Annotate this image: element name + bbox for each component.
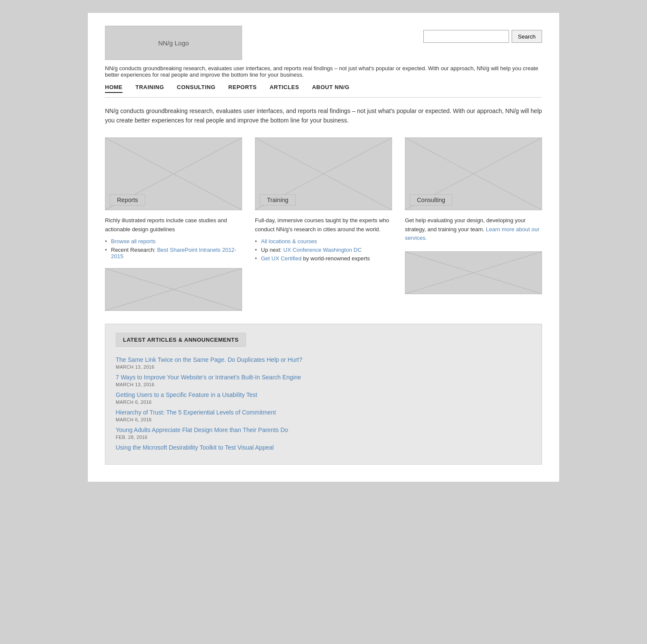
article-item: Getting Users to a Specific Feature in a…	[116, 391, 531, 405]
article-item: 7 Ways to Improve Your Website's or Intr…	[116, 373, 531, 387]
logo-label: NN/g Logo	[158, 39, 189, 47]
training-image-label: Training	[260, 194, 296, 206]
list-item: Recent Research: Best SharePoint Intrane…	[105, 247, 242, 259]
reports-image-2	[105, 268, 242, 311]
articles-section-title: LATEST ARTICLES & ANNOUNCEMENTS	[116, 333, 246, 347]
list-item: Get UX Certified by world-renowned exper…	[255, 255, 392, 262]
list-item: Browse all reports	[105, 238, 242, 244]
article-date: MARCH 6, 2016	[116, 417, 531, 422]
intro-text: NN/g conducts groundbreaking research, e…	[105, 106, 542, 125]
nav-item-home[interactable]: HOME	[105, 84, 123, 93]
article-link[interactable]: Young Adults Appreciate Flat Design More…	[116, 426, 531, 435]
reports-description: Richly illustrated reports include case …	[105, 216, 242, 234]
nav-item-training[interactable]: TRAINING	[135, 84, 164, 93]
list-item: All locations & courses	[255, 238, 392, 244]
list-item: Up next: UX Conference Washington DC	[255, 247, 392, 253]
search-button[interactable]: Search	[512, 30, 542, 43]
search-area: Search	[423, 30, 542, 43]
training-column: Training Full-day, immersive courses tau…	[255, 137, 392, 311]
browse-all-reports-link[interactable]: Browse all reports	[111, 238, 156, 244]
learn-more-link[interactable]: Learn more about our services.	[405, 226, 539, 242]
ux-conference-link[interactable]: UX Conference Washington DC	[283, 247, 362, 253]
articles-section: LATEST ARTICLES & ANNOUNCEMENTS The Same…	[105, 324, 542, 465]
article-link[interactable]: The Same Link Twice on the Same Page. Do…	[116, 355, 531, 364]
article-date: MARCH 13, 2016	[116, 364, 531, 370]
article-item: Using the Microsoft Desirability Toolkit…	[116, 443, 531, 452]
nav-item-reports[interactable]: REPORTS	[228, 84, 257, 93]
consulting-description: Get help evaluating your design, develop…	[405, 216, 542, 243]
three-col-section: Reports Richly illustrated reports inclu…	[105, 137, 542, 311]
training-description: Full-day, immersive courses taught by th…	[255, 216, 392, 234]
nav-item-about[interactable]: ABOUT NN/g	[312, 84, 349, 93]
page-wrapper: NN/g Logo Search NN/g conducts groundbre…	[88, 13, 559, 482]
article-date: MARCH 13, 2016	[116, 382, 531, 387]
reports-column: Reports Richly illustrated reports inclu…	[105, 137, 242, 311]
reports-image-label: Reports	[110, 194, 145, 206]
ux-certified-link[interactable]: Get UX Certified	[261, 255, 302, 262]
nav-item-articles[interactable]: ARTICLES	[270, 84, 299, 93]
reports-image: Reports	[105, 137, 242, 210]
recent-research-link[interactable]: Best SharePoint Intranets 2012-2015	[111, 247, 237, 259]
article-date: FEB. 28, 2016	[116, 435, 531, 440]
article-link[interactable]: Using the Microsoft Desirability Toolkit…	[116, 443, 531, 452]
article-item: Hierarchy of Trust: The 5 Experiential L…	[116, 408, 531, 422]
training-image: Training	[255, 137, 392, 210]
tagline: NN/g conducts groundbreaking research, e…	[105, 65, 542, 78]
nav: HOME TRAINING CONSULTING REPORTS ARTICLE…	[105, 84, 542, 98]
article-link[interactable]: Hierarchy of Trust: The 5 Experiential L…	[116, 408, 531, 417]
training-list: All locations & courses Up next: UX Conf…	[255, 238, 392, 262]
article-link[interactable]: 7 Ways to Improve Your Website's or Intr…	[116, 373, 531, 382]
article-item: The Same Link Twice on the Same Page. Do…	[116, 355, 531, 370]
reports-list: Browse all reports Recent Research: Best…	[105, 238, 242, 259]
consulting-image-label: Consulting	[410, 194, 452, 206]
consulting-column: Consulting Get help evaluating your desi…	[405, 137, 542, 311]
consulting-image: Consulting	[405, 137, 542, 210]
consulting-image-2	[405, 251, 542, 294]
article-date: MARCH 6, 2016	[116, 400, 531, 405]
all-locations-link[interactable]: All locations & courses	[261, 238, 317, 244]
nav-item-consulting[interactable]: CONSULTING	[177, 84, 216, 93]
search-input[interactable]	[423, 30, 509, 43]
header: NN/g Logo Search	[105, 26, 542, 60]
article-item: Young Adults Appreciate Flat Design More…	[116, 426, 531, 440]
logo: NN/g Logo	[105, 26, 242, 60]
article-link[interactable]: Getting Users to a Specific Feature in a…	[116, 391, 531, 400]
